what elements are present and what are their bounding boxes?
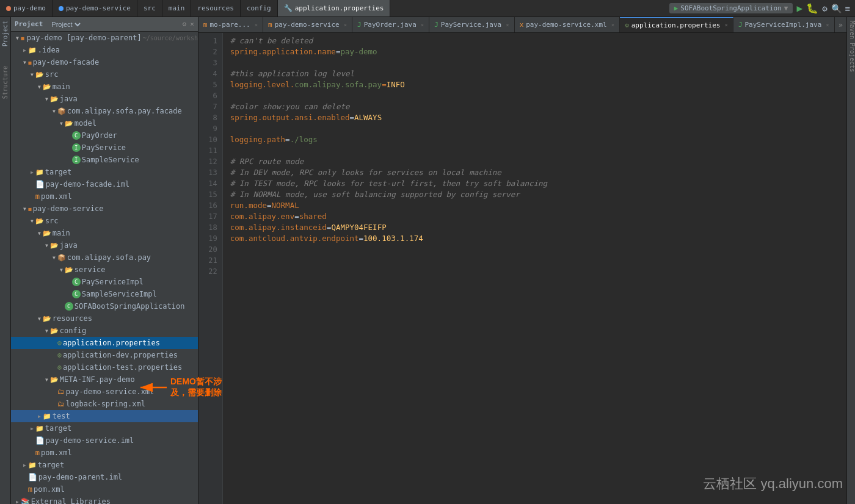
tab-payservice[interactable]: J PayService.java × xyxy=(429,17,514,32)
close-panel[interactable]: × xyxy=(190,20,194,28)
project-title: Project xyxy=(15,20,43,28)
tree-label: application.properties xyxy=(63,339,160,347)
tree-item-sampleserviceimpl[interactable]: ▶ C SampleServiceImpl xyxy=(11,288,198,300)
tree-item-payorder[interactable]: ▶ C PayOrder xyxy=(11,129,198,142)
tree-item-java2[interactable]: ▼ 📂 java xyxy=(11,239,198,251)
tab-close-btn[interactable]: × xyxy=(826,22,829,28)
code-line-14: # In TEST mode, RPC looks for test-url f… xyxy=(230,178,839,189)
pay-demo-tab[interactable]: pay-demo xyxy=(0,0,53,16)
tree-item-service-pkg[interactable]: ▼ 📂 service xyxy=(11,264,198,276)
code-line-16: run.mode=NORMAL xyxy=(230,200,839,211)
dropdown-icon: ▼ xyxy=(784,4,788,12)
settings-button[interactable]: 🔍 xyxy=(831,4,842,13)
resources-tab[interactable]: resources xyxy=(191,0,241,16)
tree-item-app-props[interactable]: ▶ ⚙ application.properties xyxy=(11,337,198,349)
tree-item-main2[interactable]: ▼ 📂 main xyxy=(11,227,198,239)
tree-item-resources2[interactable]: ▼ 📂 resources xyxy=(11,312,198,325)
tree-item-com-facade[interactable]: ▼ 📦 com.alipay.sofa.pay.facade xyxy=(11,105,198,117)
tree-item-src2[interactable]: ▼ 📂 src xyxy=(11,215,198,227)
tree-item-src1[interactable]: ▼ 📂 src xyxy=(11,68,198,81)
tree-item-payserviceimpl[interactable]: ▶ C PayServiceImpl xyxy=(11,276,198,288)
window-close[interactable] xyxy=(6,6,11,11)
app-props-tab[interactable]: 🔧 application.properties xyxy=(278,0,391,16)
tree-item-iml1[interactable]: ▶ 📄 pay-demo-facade.iml xyxy=(11,178,198,190)
structure-tab-label[interactable]: Structure xyxy=(0,62,10,103)
tree-item-service-module[interactable]: ▼ ◼ pay-demo-service xyxy=(11,203,198,215)
tree-item-pom1[interactable]: ▶ m pom.xml xyxy=(11,190,198,203)
settings-gear[interactable]: ⚙ xyxy=(183,20,187,28)
favorites-tab-label[interactable] xyxy=(4,115,7,122)
expand-icon: ▼ xyxy=(60,121,63,126)
tree-item-test[interactable]: ▶ 📁 test xyxy=(11,410,198,422)
tree-item-pay-demo-root[interactable]: ▼ ◼ pay-demo [pay-demo-parent] ~/source/… xyxy=(11,32,198,44)
tree-item-config2[interactable]: ▼ 📂 config xyxy=(11,325,198,337)
prop-icon: ⚙ xyxy=(57,339,62,347)
tab-app-properties[interactable]: ⚙ application.properties × xyxy=(620,17,733,32)
tree-label: META-INF.pay-demo xyxy=(60,375,135,384)
maven-projects-label[interactable]: Maven Projects xyxy=(847,17,855,76)
tree-label: main xyxy=(53,82,70,91)
folder-icon: 📂 xyxy=(43,229,51,237)
code-content[interactable]: # can't be deleted spring.application.na… xyxy=(223,33,846,504)
tab-close-btn[interactable]: × xyxy=(344,22,347,28)
tree-item-sofaboot[interactable]: ▶ C SOFABootSpringApplication xyxy=(11,300,198,312)
more-tabs-btn[interactable]: » xyxy=(835,17,846,32)
tab-close-btn[interactable]: × xyxy=(724,22,727,28)
tree-label: pom.xml xyxy=(41,192,72,201)
run-config-selector[interactable]: ▶ SOFABootSpringApplication ▼ xyxy=(669,3,793,13)
project-selector[interactable]: Project xyxy=(49,20,82,29)
tree-item-pay-demo-service-xml[interactable]: ▶ 🗂 pay-demo-service.xml xyxy=(11,386,198,398)
build-button[interactable]: ⚙ xyxy=(822,4,827,13)
tree-item-target1[interactable]: ▶ 📁 target xyxy=(11,166,198,178)
config-tab[interactable]: config xyxy=(241,0,278,16)
tree-item-metainf[interactable]: ▼ 📂 META-INF.pay-demo xyxy=(11,373,198,386)
tree-item-main1[interactable]: ▼ 📂 main xyxy=(11,81,198,93)
expand-icon: ▼ xyxy=(45,377,48,383)
tab-mo-parent[interactable]: m mo-pare... × xyxy=(198,17,263,32)
src-tab[interactable]: src xyxy=(137,0,162,16)
main-tab[interactable]: main xyxy=(162,0,192,16)
folder-icon: 📂 xyxy=(43,83,51,91)
tree-item-java1[interactable]: ▼ 📂 java xyxy=(11,93,198,105)
tab-close-btn[interactable]: × xyxy=(506,22,509,28)
pay-demo-service-tab[interactable]: pay-demo-service xyxy=(53,0,137,16)
tree-item-app-dev-props[interactable]: ▶ ⚙ application-dev.properties xyxy=(11,349,198,361)
folder-icon: 📂 xyxy=(35,217,44,225)
run-icon: ▶ xyxy=(674,4,679,12)
tab-close-btn[interactable]: × xyxy=(611,22,614,28)
xml-tab-icon: m xyxy=(203,21,208,29)
tree-item-payservice[interactable]: ▶ I PayService xyxy=(11,142,198,154)
run-button[interactable]: ▶ xyxy=(796,2,802,14)
tree-item-pom2[interactable]: ▶ m pom.xml xyxy=(11,447,198,459)
debug-button[interactable]: 🐛 xyxy=(806,2,818,14)
tab-close-btn[interactable]: × xyxy=(421,22,424,28)
tab-pay-demo-service-xml[interactable]: x pay-demo-service.xml × xyxy=(515,17,620,32)
code-line-15: # In NORMAL mode, use soft balancing sup… xyxy=(230,189,839,200)
tree-item-logback[interactable]: ▶ 🗂 logback-spring.xml xyxy=(11,398,198,410)
tab-payserviceimpl[interactable]: J PayServiceImpl.java × xyxy=(733,17,835,32)
tree-item-app-test-props[interactable]: ▶ ⚙ application-test.properties xyxy=(11,361,198,373)
tree-item-extlibs[interactable]: ▶ 📚 External Libraries xyxy=(11,495,198,504)
expand-icon: ▶ xyxy=(23,48,26,53)
tree-item-iml3[interactable]: ▶ 📄 pay-demo-parent.iml xyxy=(11,471,198,483)
tree-item-model[interactable]: ▼ 📂 model xyxy=(11,117,198,129)
tab-payorder[interactable]: J PayOrder.java × xyxy=(352,17,429,32)
project-panel: Project Project ⚙ × ▼ ◼ pay-demo [pay-de… xyxy=(11,17,198,504)
tab-pay-demo-service[interactable]: m pay-demo-service × xyxy=(263,17,352,32)
tab-close-btn[interactable]: × xyxy=(255,22,258,28)
java-class-icon: C xyxy=(72,131,81,140)
tree-item-pom3[interactable]: ▶ m pom.xml xyxy=(11,483,198,495)
project-tab-label[interactable]: Project xyxy=(0,17,10,50)
tree-label: model xyxy=(75,119,96,128)
xml-tab-icon: x xyxy=(520,21,524,29)
tree-item-target3[interactable]: ▶ 📁 target xyxy=(11,459,198,471)
tree-item-facade[interactable]: ▼ ◼ pay-demo-facade xyxy=(11,56,198,68)
code-line-2: spring.application.name=pay-demo xyxy=(230,46,839,57)
tree-item-target2[interactable]: ▶ 📁 target xyxy=(11,422,198,434)
more-button[interactable]: ≡ xyxy=(845,4,850,13)
tree-item-sampleservice[interactable]: ▶ I SampleService xyxy=(11,154,198,166)
expand-icon: ▼ xyxy=(38,316,41,322)
tree-item-iml2[interactable]: ▶ 📄 pay-demo-service.iml xyxy=(11,434,198,447)
tree-item-idea[interactable]: ▶ 📁 .idea xyxy=(11,44,198,56)
tree-item-com-pay[interactable]: ▼ 📦 com.alipay.sofa.pay xyxy=(11,251,198,264)
